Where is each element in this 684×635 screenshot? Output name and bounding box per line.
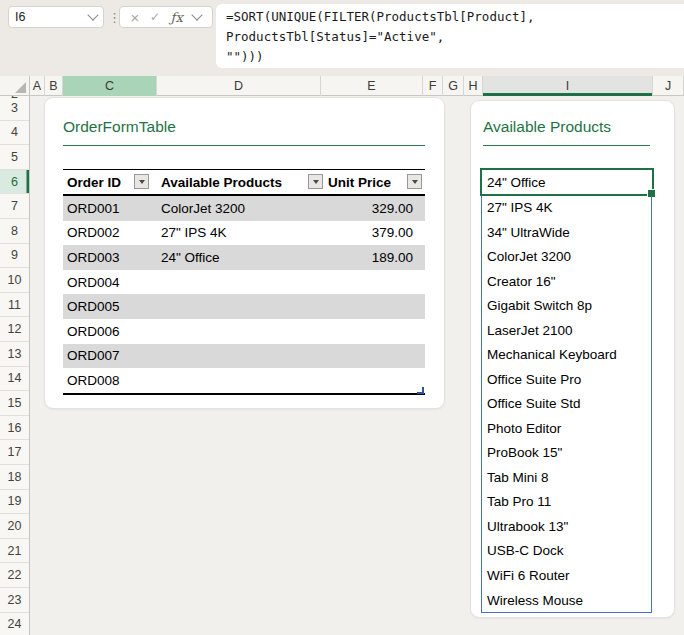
table-row[interactable]: ORD00227" IPS 4K379.00 xyxy=(63,221,425,246)
spill-value-cell[interactable]: Mechanical Keyboard xyxy=(482,343,651,368)
formula-line: ProductsTbl[Status]="Active", xyxy=(226,27,684,47)
table-row[interactable]: ORD004 xyxy=(63,270,425,295)
column-header-unit-price: Unit Price xyxy=(328,170,391,194)
row-header-24[interactable]: 24 xyxy=(0,613,29,635)
order-id-cell[interactable]: ORD001 xyxy=(67,196,120,221)
spill-value-cell[interactable]: 27" IPS 4K xyxy=(482,196,651,221)
product-cell[interactable]: ColorJet 3200 xyxy=(161,196,245,221)
sheet-canvas: 23456789101112131415161718192021222324 O… xyxy=(0,96,684,635)
row-header-7[interactable]: 7 xyxy=(0,194,29,219)
filter-button-available-products[interactable] xyxy=(308,174,323,189)
spill-value-cell[interactable]: Creator 16" xyxy=(482,269,651,294)
spill-value-cell[interactable]: 34" UltraWide xyxy=(482,220,651,245)
spill-value-cell[interactable]: LaserJet 2100 xyxy=(482,318,651,343)
table-row[interactable]: ORD005 xyxy=(63,294,425,319)
spill-value-cell[interactable]: ColorJet 3200 xyxy=(482,245,651,270)
table-header-row: Order ID Available Products Unit Price xyxy=(63,170,425,194)
row-header-17[interactable]: 17 xyxy=(0,440,29,465)
row-header-21[interactable]: 21 xyxy=(0,539,29,564)
column-header-D[interactable]: D xyxy=(157,76,321,96)
row-header-8[interactable]: 8 xyxy=(0,219,29,244)
select-all-corner[interactable] xyxy=(0,76,30,96)
table-row[interactable]: ORD001ColorJet 3200329.00 xyxy=(63,196,425,221)
order-form-title: OrderFormTable xyxy=(63,118,176,136)
unit-price-cell[interactable]: 329.00 xyxy=(372,196,413,221)
row-header-10[interactable]: 10 xyxy=(0,268,29,293)
chevron-down-icon[interactable] xyxy=(87,9,98,20)
filter-button-unit-price[interactable] xyxy=(407,174,422,189)
row-header-19[interactable]: 19 xyxy=(0,490,29,515)
table-row[interactable]: ORD00324" Office189.00 xyxy=(63,245,425,270)
row-header-20[interactable]: 20 xyxy=(0,514,29,539)
table-row[interactable]: ORD006 xyxy=(63,319,425,344)
order-id-cell[interactable]: ORD005 xyxy=(67,294,120,319)
column-header-J[interactable]: J xyxy=(653,76,684,96)
order-id-cell[interactable]: ORD004 xyxy=(67,270,120,295)
row-header-13[interactable]: 13 xyxy=(0,342,29,367)
unit-price-cell[interactable]: 379.00 xyxy=(372,221,413,246)
selected-cell-value: 24" Office xyxy=(487,175,546,190)
column-header-I[interactable]: I xyxy=(483,76,653,96)
product-cell[interactable]: 24" Office xyxy=(161,245,220,270)
column-header-A[interactable]: A xyxy=(30,76,45,96)
spill-value-cell[interactable]: USB-C Dock xyxy=(482,539,651,564)
name-box[interactable]: I6 xyxy=(8,6,104,28)
available-products-title: Available Products xyxy=(483,118,611,136)
spill-value-cell[interactable]: Wireless Mouse xyxy=(482,588,651,613)
column-header-strip: ABCDEFGHIJ xyxy=(0,76,684,96)
order-id-cell[interactable]: ORD003 xyxy=(67,245,120,270)
row-header-9[interactable]: 9 xyxy=(0,244,29,269)
table-bottom-border xyxy=(63,393,425,395)
column-header-G[interactable]: G xyxy=(443,76,464,96)
row-header-15[interactable]: 15 xyxy=(0,391,29,416)
spill-value-cell[interactable]: Gigabit Switch 8p xyxy=(482,294,651,319)
row-header-22[interactable]: 22 xyxy=(0,563,29,588)
order-id-cell[interactable]: ORD002 xyxy=(67,221,120,246)
table-row[interactable]: ORD008 xyxy=(63,368,425,393)
row-header-6[interactable]: 6 xyxy=(0,170,29,195)
row-header-18[interactable]: 18 xyxy=(0,465,29,490)
filter-button-order-id[interactable] xyxy=(134,174,149,189)
filter-dropdown-icon xyxy=(412,180,418,184)
formula-input[interactable]: =SORT(UNIQUE(FILTER(ProductsTbl[Product]… xyxy=(216,4,684,68)
column-header-F[interactable]: F xyxy=(423,76,443,96)
enter-icon[interactable]: ✓ xyxy=(150,11,160,23)
row-header-16[interactable]: 16 xyxy=(0,416,29,441)
row-header-11[interactable]: 11 xyxy=(0,293,29,318)
insert-function-icon[interactable]: ƒx xyxy=(171,11,183,24)
row-header-12[interactable]: 12 xyxy=(0,317,29,342)
row-header-14[interactable]: 14 xyxy=(0,367,29,392)
chevron-down-icon[interactable] xyxy=(192,9,203,20)
cancel-icon[interactable]: × xyxy=(131,10,140,25)
table-row[interactable]: ORD007 xyxy=(63,344,425,369)
column-header-C[interactable]: C xyxy=(63,76,157,96)
row-header-5[interactable]: 5 xyxy=(0,145,29,170)
column-header-B[interactable]: B xyxy=(45,76,63,96)
row-header-3[interactable]: 3 xyxy=(0,96,29,121)
column-header-E[interactable]: E xyxy=(321,76,423,96)
filter-dropdown-icon xyxy=(139,180,145,184)
table-resize-handle[interactable] xyxy=(417,387,424,394)
row-header-23[interactable]: 23 xyxy=(0,588,29,613)
selected-cell-I6[interactable]: 24" Office xyxy=(480,168,654,196)
spill-value-cell[interactable]: Tab Mini 8 xyxy=(482,465,651,490)
row-header-strip: 23456789101112131415161718192021222324 xyxy=(0,96,30,635)
spill-value-cell[interactable]: ProBook 15" xyxy=(482,441,651,466)
spill-value-cell[interactable]: WiFi 6 Router xyxy=(482,563,651,588)
unit-price-cell[interactable]: 189.00 xyxy=(372,245,413,270)
column-header-H[interactable]: H xyxy=(464,76,483,96)
order-id-cell[interactable]: ORD007 xyxy=(67,344,120,369)
order-id-cell[interactable]: ORD006 xyxy=(67,319,120,344)
column-header-order-id: Order ID xyxy=(67,170,121,194)
row-header-4[interactable]: 4 xyxy=(0,121,29,146)
spill-value-cell[interactable]: Office Suite Pro xyxy=(482,367,651,392)
product-cell[interactable]: 27" IPS 4K xyxy=(161,221,227,246)
spill-value-cell[interactable]: Office Suite Std xyxy=(482,392,651,417)
spill-value-cell[interactable]: Tab Pro 11 xyxy=(482,490,651,515)
formula-buttons: × ✓ ƒx xyxy=(119,6,213,28)
spill-value-cell[interactable]: Ultrabook 13" xyxy=(482,514,651,539)
spill-value-cell[interactable]: Photo Editor xyxy=(482,416,651,441)
excel-window: I6 ⋮ × ✓ ƒx =SORT(UNIQUE(FILTER(Products… xyxy=(0,0,684,635)
formula-line: ""))) xyxy=(226,47,684,67)
order-id-cell[interactable]: ORD008 xyxy=(67,368,120,393)
